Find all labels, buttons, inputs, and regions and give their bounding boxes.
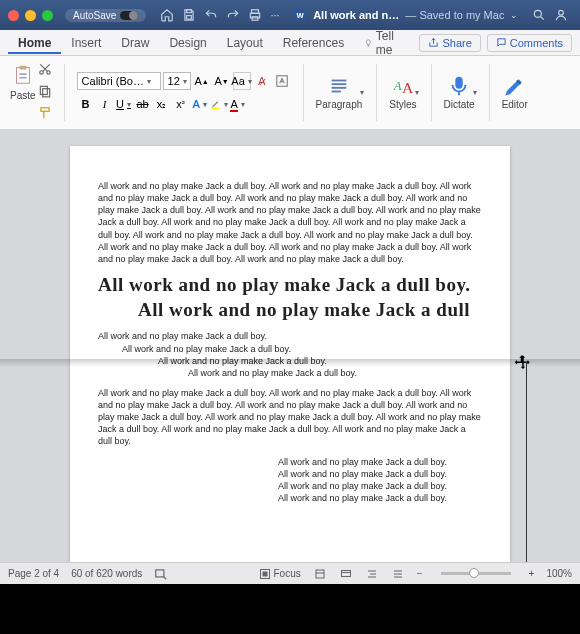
bold-button[interactable]: B	[77, 95, 95, 113]
body-paragraph[interactable]: All work and no play make Jack a dull bo…	[98, 387, 482, 448]
minimize-window[interactable]	[25, 10, 36, 21]
paragraph-label: Paragraph	[316, 99, 363, 110]
home-icon[interactable]	[160, 8, 174, 22]
spellcheck-icon[interactable]	[154, 567, 168, 581]
body-line: All work and no play make Jack a dull bo…	[98, 367, 482, 379]
print-icon[interactable]	[248, 8, 262, 22]
document-area[interactable]: All work and no play make Jack a dull bo…	[0, 130, 580, 562]
document-page[interactable]: All work and no play make Jack a dull bo…	[70, 146, 510, 562]
svg-text:A: A	[393, 79, 402, 93]
save-icon[interactable]	[182, 8, 196, 22]
share-button[interactable]: Share	[419, 34, 480, 52]
svg-rect-11	[19, 73, 26, 75]
chevron-down-icon[interactable]: ▾	[473, 88, 477, 97]
focus-label: Focus	[274, 568, 301, 579]
shrink-font-icon[interactable]: A▼	[213, 72, 231, 90]
tellme-label: Tell me	[376, 29, 404, 57]
superscript-button[interactable]: x²	[172, 95, 190, 113]
svg-rect-12	[19, 76, 26, 78]
copy-icon[interactable]	[38, 84, 52, 102]
body-line: All work and no play make Jack a dull bo…	[98, 330, 482, 342]
tab-references[interactable]: References	[273, 32, 354, 54]
svg-rect-10	[19, 65, 26, 69]
styles-button[interactable]: AA Styles	[389, 75, 416, 110]
font-name-select[interactable]: Calibri (Bo…	[77, 72, 161, 90]
close-window[interactable]	[8, 10, 19, 21]
body-line: All work and no play make Jack a dull bo…	[98, 343, 482, 355]
view-web-icon[interactable]	[339, 568, 353, 580]
underline-button[interactable]: U	[115, 95, 133, 113]
more-icon[interactable]: ···	[270, 9, 279, 21]
focus-mode[interactable]: Focus	[259, 568, 301, 580]
zoom-in[interactable]: +	[529, 568, 535, 579]
svg-rect-30	[316, 570, 324, 578]
tab-home[interactable]: Home	[8, 32, 61, 54]
paragraph-button[interactable]: Paragraph	[316, 75, 363, 110]
tab-insert[interactable]: Insert	[61, 32, 111, 54]
view-outline-icon[interactable]	[365, 568, 379, 580]
svg-point-8	[559, 10, 564, 15]
tab-design[interactable]: Design	[159, 32, 216, 54]
strike-button[interactable]: ab	[134, 95, 152, 113]
svg-rect-32	[341, 570, 350, 576]
highlight-icon[interactable]	[210, 95, 228, 113]
svg-rect-17	[40, 107, 48, 111]
move-cursor-icon	[514, 354, 532, 376]
autosave-switch[interactable]	[120, 11, 138, 20]
paste-button[interactable]: Paste	[10, 62, 36, 101]
zoom-level[interactable]: 100%	[546, 568, 572, 579]
style-set-icon[interactable]	[273, 72, 291, 90]
paragraph-group: Paragraph ▾	[312, 60, 369, 125]
editor-button[interactable]: Editor	[502, 75, 528, 110]
svg-rect-0	[187, 10, 192, 13]
zoom-slider[interactable]	[441, 572, 511, 575]
chevron-down-icon[interactable]: ▾	[415, 88, 419, 97]
subscript-button[interactable]: x₂	[153, 95, 171, 113]
body-paragraph[interactable]: All work and no play make Jack a dull bo…	[98, 180, 482, 265]
chevron-down-icon[interactable]: ▾	[360, 88, 364, 97]
svg-rect-26	[456, 78, 462, 88]
svg-rect-9	[16, 67, 29, 83]
italic-button[interactable]: I	[96, 95, 114, 113]
body-line: All work and no play make Jack a dull bo…	[278, 468, 482, 480]
format-painter-icon[interactable]	[38, 106, 52, 124]
document-title: W All work and n… — Saved to my Mac ⌄	[284, 8, 528, 22]
dictate-button[interactable]: Dictate	[444, 75, 475, 110]
view-print-icon[interactable]	[313, 568, 327, 580]
text-effects-icon[interactable]: A	[191, 95, 209, 113]
cut-icon[interactable]	[38, 62, 52, 80]
word-count[interactable]: 60 of 620 words	[71, 568, 142, 579]
zoom-out[interactable]: −	[417, 568, 423, 579]
body-line: All work and no play make Jack a dull bo…	[278, 480, 482, 492]
search-icon[interactable]	[532, 8, 546, 22]
tab-layout[interactable]: Layout	[217, 32, 273, 54]
font-size-select[interactable]: 12	[163, 72, 191, 90]
clear-format-icon[interactable]: A̷	[253, 72, 271, 90]
body-line: All work and no play make Jack a dull bo…	[98, 355, 482, 367]
svg-rect-16	[42, 88, 49, 96]
comments-button[interactable]: Comments	[487, 34, 572, 52]
redo-icon[interactable]	[226, 8, 240, 22]
page-indicator[interactable]: Page 2 of 4	[8, 568, 59, 579]
clipboard-group: Paste	[6, 60, 56, 125]
svg-text:A: A	[402, 79, 414, 96]
account-icon[interactable]	[554, 8, 568, 22]
window-controls	[8, 10, 53, 21]
svg-rect-19	[210, 108, 218, 109]
svg-rect-1	[187, 16, 192, 19]
zoom-thumb[interactable]	[469, 568, 479, 578]
dictate-group: Dictate ▾	[440, 60, 481, 125]
grow-font-icon[interactable]: A▲	[193, 72, 211, 90]
handwritten-lines[interactable]: All work and no play make Jack a dull bo…	[98, 273, 482, 322]
tab-draw[interactable]: Draw	[111, 32, 159, 54]
change-case-icon[interactable]: Aa	[233, 72, 251, 90]
stair-lines[interactable]: All work and no play make Jack a dull bo…	[98, 330, 482, 379]
font-color-icon[interactable]: A	[229, 95, 247, 113]
title-chevron-icon[interactable]: ⌄	[510, 10, 518, 20]
right-block[interactable]: All work and no play make Jack a dull bo…	[98, 456, 482, 505]
body-line: All work and no play make Jack a dull bo…	[278, 492, 482, 504]
zoom-window[interactable]	[42, 10, 53, 21]
view-draft-icon[interactable]	[391, 568, 405, 580]
undo-icon[interactable]	[204, 8, 218, 22]
autosave-toggle[interactable]: AutoSave	[65, 9, 146, 22]
